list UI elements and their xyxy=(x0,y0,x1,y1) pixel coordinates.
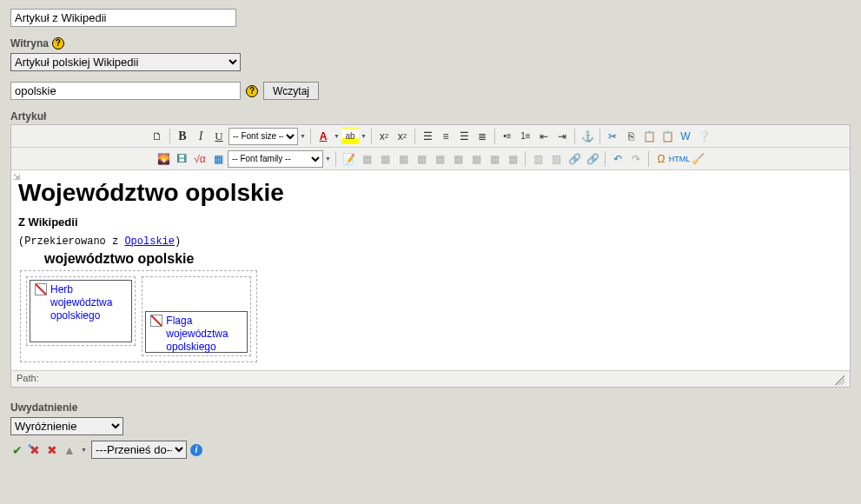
font-color-icon[interactable]: A xyxy=(315,128,332,145)
editor-path-bar: Path: xyxy=(11,370,850,387)
warning-icon[interactable]: ▲ xyxy=(63,443,76,457)
resize-grip-icon[interactable] xyxy=(832,373,844,385)
split-cells-icon[interactable]: ▥ xyxy=(529,150,546,168)
load-button[interactable]: Wczytaj xyxy=(263,82,319,100)
copy-icon[interactable]: ⎘ xyxy=(622,128,639,145)
keyword-input[interactable] xyxy=(10,82,241,100)
reject-icon[interactable]: ✖✎ xyxy=(28,443,42,457)
infobox: Herb województwa opolskiego Flaga wojewó… xyxy=(20,270,257,362)
image-icon[interactable]: 🌄 xyxy=(155,150,172,168)
cut-icon[interactable]: ✂ xyxy=(604,128,621,145)
emphasis-label: Uwydatnienie xyxy=(10,401,77,414)
delete-row-icon[interactable]: ▦ xyxy=(449,150,467,168)
chevron-down-icon[interactable]: ▼ xyxy=(299,128,307,145)
bold-button[interactable]: B xyxy=(174,128,191,145)
underline-button[interactable]: U xyxy=(210,128,228,145)
resize-handle-icon[interactable]: ⇲ xyxy=(13,172,20,182)
help-icon[interactable]: ? xyxy=(246,85,258,97)
site-select[interactable]: Artykuł polskiej Wikipedii xyxy=(10,53,241,71)
info-icon[interactable]: i xyxy=(190,444,202,456)
numbered-list-button[interactable]: 1≡ xyxy=(517,128,534,145)
broken-image-icon xyxy=(35,283,47,295)
cleanup-icon[interactable]: 🧹 xyxy=(689,150,706,168)
insert-col-before-icon[interactable]: ▦ xyxy=(467,150,485,168)
infobox-image-cell: Flaga województwa opolskiego xyxy=(145,311,248,353)
paste-icon[interactable]: 📋 xyxy=(640,128,658,145)
chevron-down-icon[interactable]: ▼ xyxy=(324,150,332,168)
insert-col-after-icon[interactable]: ▦ xyxy=(486,150,503,168)
outdent-button[interactable]: ⇤ xyxy=(535,128,553,145)
align-center-button[interactable]: ≡ xyxy=(437,128,454,145)
editor-toolbar-row-1: 🗋 B I U -- Font size -- ▼ A ▼ ab ▼ x2 x2… xyxy=(11,125,850,148)
article-heading: Województwo opolskie xyxy=(18,179,843,207)
template-icon[interactable]: ▦ xyxy=(209,150,227,168)
italic-button[interactable]: I xyxy=(192,128,209,145)
unlink-icon[interactable]: 🔗 xyxy=(584,150,601,168)
special-char-icon[interactable]: Ω xyxy=(652,150,670,168)
infobox-image-cell: Herb województwa opolskiego xyxy=(30,280,132,342)
new-document-icon[interactable]: 🗋 xyxy=(149,128,166,145)
formula-icon[interactable]: √α xyxy=(191,150,209,168)
redirect-note: (Przekierowano z Opolskie) xyxy=(18,235,843,248)
help-icon[interactable]: ? xyxy=(52,37,64,50)
redirect-link[interactable]: Opolskie xyxy=(124,235,175,248)
align-left-button[interactable]: ☰ xyxy=(419,128,436,145)
article-subheading: Z Wikipedii xyxy=(18,216,843,229)
approve-icon[interactable]: ✔ xyxy=(10,443,24,457)
align-justify-button[interactable]: ≣ xyxy=(474,128,491,145)
indent-button[interactable]: ⇥ xyxy=(553,128,571,145)
undo-button[interactable]: ↶ xyxy=(609,150,626,168)
paste-word-icon[interactable]: W xyxy=(677,128,694,145)
media-icon[interactable]: 🎞 xyxy=(173,150,190,168)
emphasis-select[interactable]: Wyróżnienie xyxy=(10,417,123,435)
redo-button[interactable]: ↷ xyxy=(627,150,645,168)
editor-toolbar-row-2: 🌄 🎞 √α ▦ -- Font family -- ▼ 📝 ▦ ▦ ▦ ▦ ▦… xyxy=(11,148,850,170)
html-source-button[interactable]: HTML xyxy=(671,150,688,168)
image-caption-link[interactable]: Herb województwa opolskiego xyxy=(50,283,127,322)
link-icon[interactable]: 🔗 xyxy=(566,150,583,168)
editor-content-area[interactable]: ⇲ Województwo opolskie Z Wikipedii (Prze… xyxy=(11,170,850,370)
site-label: Witryna xyxy=(10,37,49,50)
editor-help-icon[interactable]: ❔ xyxy=(695,128,712,145)
chevron-down-icon[interactable]: ▼ xyxy=(333,128,341,145)
font-family-select[interactable]: -- Font family -- xyxy=(228,150,323,168)
insert-row-before-icon[interactable]: ▦ xyxy=(413,150,430,168)
table-cell-props-icon[interactable]: ▦ xyxy=(394,150,412,168)
merge-cells-icon[interactable]: ▥ xyxy=(547,150,565,168)
infobox-title: województwo opolskie xyxy=(44,251,843,267)
insert-row-after-icon[interactable]: ▦ xyxy=(431,150,448,168)
bullet-list-button[interactable]: •≡ xyxy=(499,128,516,145)
title-input[interactable] xyxy=(10,9,236,27)
rich-text-editor: 🗋 B I U -- Font size -- ▼ A ▼ ab ▼ x2 x2… xyxy=(10,124,851,388)
table-row-props-icon[interactable]: ▦ xyxy=(376,150,394,168)
highlight-color-icon[interactable]: ab xyxy=(341,128,359,145)
align-right-button[interactable]: ☰ xyxy=(455,128,473,145)
article-label: Artykuł xyxy=(10,110,46,123)
move-to-select[interactable]: ---Przenieś do--- xyxy=(91,441,187,459)
broken-image-icon xyxy=(150,315,162,327)
delete-col-icon[interactable]: ▦ xyxy=(504,150,521,168)
table-icon[interactable]: ▦ xyxy=(358,150,375,168)
paste-text-icon[interactable]: 📋 xyxy=(659,128,676,145)
subscript-button[interactable]: x2 xyxy=(375,128,393,145)
font-size-select[interactable]: -- Font size -- xyxy=(228,128,298,145)
anchor-icon[interactable]: ⚓ xyxy=(579,128,596,145)
image-caption-link[interactable]: Flaga województwa opolskiego xyxy=(166,315,242,354)
edit-css-icon[interactable]: 📝 xyxy=(340,150,357,168)
superscript-button[interactable]: x2 xyxy=(394,128,411,145)
path-label: Path: xyxy=(17,373,39,385)
chevron-down-icon[interactable]: ▼ xyxy=(360,128,368,145)
action-row: ✔ ✖✎ ✖ ▲ ▼ ---Przenieś do--- i xyxy=(10,441,851,459)
chevron-down-icon[interactable]: ▼ xyxy=(80,441,88,459)
delete-icon[interactable]: ✖ xyxy=(45,443,59,457)
